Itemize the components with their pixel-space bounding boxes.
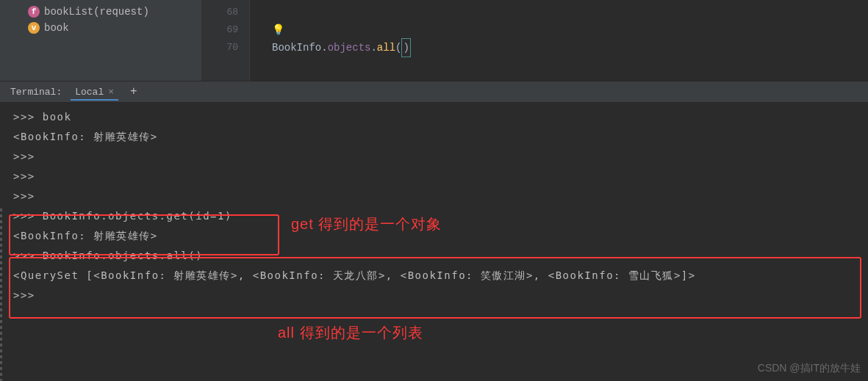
tree-item-variable[interactable]: v book [0,20,201,36]
add-tab-button[interactable]: + [124,85,143,98]
terminal-line: >>> book [13,107,868,127]
terminal-line: >>> [13,186,868,206]
line-gutter: 68 69 70 [202,0,250,81]
terminal-line: <BookInfo: 射雕英雄传> [13,127,868,147]
tab-label: Local [75,87,104,98]
line-number: 70 [202,39,238,57]
terminal-title: Terminal: [10,87,62,98]
code-line-70[interactable]: BookInfo.objects.all() [272,39,868,57]
line-number: 69 [202,21,238,39]
code-area[interactable]: 💡 BookInfo.objects.all() [250,0,868,81]
line-number: 68 [202,4,238,21]
function-icon: f [28,6,40,18]
tree-item-function[interactable]: f bookList(request) [0,4,201,20]
code-class: BookInfo [272,39,321,57]
annotation-get: get 得到的是一个对象 [291,214,442,234]
cursor-position: ) [401,38,410,57]
code-method: all [377,39,395,57]
tree-item-label: book [44,22,69,34]
terminal-body[interactable]: >>> book <BookInfo: 射雕英雄传> >>> >>> >>> >… [0,103,868,381]
structure-sidebar: f bookList(request) v book [0,0,202,81]
terminal-line: >>> BookInfo.objects.all() [13,246,868,266]
lightbulb-icon[interactable]: 💡 [272,21,284,39]
terminal-header: Terminal: Local × + [0,81,868,103]
terminal-tab-local[interactable]: Local × [71,84,118,101]
variable-icon: v [28,22,40,34]
terminal-line: >>> [13,167,868,186]
code-attr: objects [328,39,371,57]
watermark: CSDN @搞IT的放牛娃 [758,358,861,378]
terminal-line: >>> [13,286,868,305]
terminal-line: <QuerySet [<BookInfo: 射雕英雄传>, <BookInfo:… [13,266,868,286]
tree-item-label: bookList(request) [44,6,149,18]
close-icon[interactable]: × [108,87,114,98]
scroll-strip [0,206,2,381]
code-editor[interactable]: 68 69 70 💡 BookInfo.objects.all() [202,0,868,81]
terminal-line: >>> [13,147,868,167]
annotation-all: all 得到的是一个列表 [278,323,423,343]
